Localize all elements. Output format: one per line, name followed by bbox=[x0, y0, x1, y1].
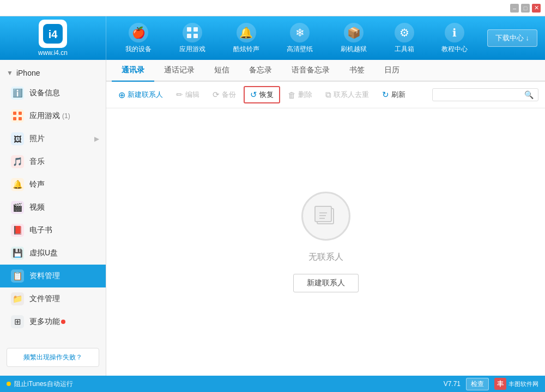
sidebar-item-photos[interactable]: 🖼 照片 ▶ bbox=[0, 127, 106, 150]
svg-rect-8 bbox=[13, 117, 16, 120]
titlebar: – □ ✕ bbox=[0, 0, 545, 16]
svg-rect-3 bbox=[193, 27, 198, 32]
data-mgr-icon: 📋 bbox=[11, 270, 24, 283]
info-icon: ℹ bbox=[445, 23, 464, 42]
trouble-button[interactable]: 频繁出现操作失败？ bbox=[7, 348, 99, 367]
apps-icon bbox=[183, 23, 202, 42]
new-contact-button[interactable]: ⊕ 新建联系人 bbox=[113, 87, 168, 103]
device-header[interactable]: ▼ iPhone bbox=[0, 64, 106, 82]
search-icon: 🔍 bbox=[524, 90, 534, 99]
virtual-u-icon: 💾 bbox=[11, 247, 24, 260]
video-icon: 🎬 bbox=[11, 201, 24, 214]
sidebar-item-more[interactable]: ⊞ 更多功能 bbox=[0, 310, 106, 333]
device-info-icon: ℹ️ bbox=[11, 87, 24, 100]
plus-icon: ⊕ bbox=[118, 90, 125, 100]
watermark-text: 丰图软件网 bbox=[508, 380, 538, 388]
logo-area: i4 www.i4.cn bbox=[0, 16, 106, 60]
apple-icon: 🍎 bbox=[129, 23, 148, 42]
itunes-status-text: 阻止iTunes自动运行 bbox=[14, 379, 73, 389]
nav-jailbreak[interactable]: 📦 刷机越狱 bbox=[334, 19, 373, 58]
more-dot-badge bbox=[61, 320, 65, 324]
sidebar-item-virtual-u[interactable]: 💾 虚拟U盘 bbox=[0, 242, 106, 265]
music-icon: 🎵 bbox=[11, 155, 24, 168]
maximize-button[interactable]: □ bbox=[521, 4, 530, 13]
delete-icon: 🗑 bbox=[288, 90, 296, 100]
header: i4 www.i4.cn 🍎 我的设备 应用游戏 🔔 酷炫铃声 bbox=[0, 16, 545, 60]
refresh-button[interactable]: ↻ 刷新 bbox=[377, 87, 411, 102]
nav-tools[interactable]: ⚙ 工具箱 bbox=[388, 19, 421, 58]
ebook-icon: 📕 bbox=[11, 224, 24, 237]
check-update-button[interactable]: 检查 bbox=[466, 378, 489, 390]
device-name: iPhone bbox=[16, 69, 40, 77]
apps-sidebar-icon bbox=[11, 109, 24, 122]
content-area: 通讯录 通话记录 短信 备忘录 语音备忘录 书签 日历 ⊕ 新建联系人 ✏ 编辑… bbox=[106, 60, 545, 376]
version-text: V7.71 bbox=[444, 380, 461, 388]
sidebar-item-apps[interactable]: 应用游戏 (1) bbox=[0, 105, 106, 127]
nav-apps[interactable]: 应用游戏 bbox=[173, 19, 212, 58]
tab-bookmarks[interactable]: 书签 bbox=[340, 60, 374, 82]
merge-icon: ⧉ bbox=[325, 90, 331, 100]
new-contact-empty-button[interactable]: 新建联系人 bbox=[293, 274, 359, 292]
sidebar-item-data-mgr[interactable]: 📋 资料管理 bbox=[0, 265, 106, 287]
close-button[interactable]: ✕ bbox=[532, 4, 541, 13]
gear-icon: ⚙ bbox=[395, 23, 414, 42]
watermark-icon: 丰 bbox=[494, 378, 506, 390]
sidebar-item-video[interactable]: 🎬 视频 bbox=[0, 196, 106, 219]
backup-icon: ⟳ bbox=[213, 90, 220, 100]
nav-my-device[interactable]: 🍎 我的设备 bbox=[119, 19, 158, 58]
svg-rect-2 bbox=[187, 27, 191, 32]
more-icon: ⊞ bbox=[11, 315, 24, 328]
nav-ringtone[interactable]: 🔔 酷炫铃声 bbox=[227, 19, 266, 58]
tab-sms[interactable]: 短信 bbox=[204, 60, 239, 82]
tab-contacts[interactable]: 通讯录 bbox=[112, 60, 154, 82]
restore-button[interactable]: ↺ 恢复 bbox=[244, 86, 280, 103]
photos-icon: 🖼 bbox=[11, 132, 24, 145]
sidebar-item-ringtone[interactable]: 🔔 铃声 bbox=[0, 173, 106, 196]
photos-arrow-icon: ▶ bbox=[94, 135, 99, 143]
svg-text:i4: i4 bbox=[49, 28, 58, 40]
tab-call-log[interactable]: 通话记录 bbox=[154, 60, 204, 82]
svg-rect-4 bbox=[187, 34, 191, 38]
ringtone-sidebar-icon: 🔔 bbox=[11, 178, 24, 191]
empty-text: 无联系人 bbox=[308, 252, 343, 263]
backup-button[interactable]: ⟳ 备份 bbox=[207, 87, 241, 102]
svg-rect-6 bbox=[13, 112, 16, 115]
sidebar-item-ebook[interactable]: 📕 电子书 bbox=[0, 219, 106, 242]
edit-button[interactable]: ✏ 编辑 bbox=[171, 87, 205, 102]
sidebar-item-music[interactable]: 🎵 音乐 bbox=[0, 150, 106, 173]
status-right: V7.71 检查 丰 丰图软件网 bbox=[444, 378, 538, 390]
nav-tutorial[interactable]: ℹ 教程中心 bbox=[435, 19, 474, 58]
tabs-bar: 通讯录 通话记录 短信 备忘录 语音备忘录 书签 日历 bbox=[106, 60, 545, 82]
sidebar: ▼ iPhone ℹ️ 设备信息 bbox=[0, 60, 106, 376]
tab-calendar[interactable]: 日历 bbox=[374, 60, 409, 82]
search-box[interactable]: 🔍 bbox=[432, 88, 538, 101]
svg-rect-7 bbox=[19, 112, 22, 115]
delete-button[interactable]: 🗑 删除 bbox=[282, 87, 318, 102]
svg-rect-11 bbox=[315, 206, 331, 222]
main-layout: ▼ iPhone ℹ️ 设备信息 bbox=[0, 60, 545, 376]
search-input[interactable] bbox=[437, 91, 524, 99]
nav-wallpaper[interactable]: ❄ 高清壁纸 bbox=[280, 19, 319, 58]
status-left: 阻止iTunes自动运行 bbox=[7, 379, 73, 389]
refresh-icon: ↻ bbox=[382, 90, 389, 100]
watermark: 丰 丰图软件网 bbox=[494, 378, 538, 390]
logo-icon: i4 bbox=[39, 20, 67, 48]
tab-notes[interactable]: 备忘录 bbox=[239, 60, 282, 82]
merge-button[interactable]: ⧉ 联系人去重 bbox=[320, 87, 374, 102]
svg-rect-9 bbox=[19, 117, 22, 120]
sidebar-item-file-mgr[interactable]: 📁 文件管理 bbox=[0, 287, 106, 310]
svg-rect-5 bbox=[193, 34, 198, 38]
status-bar: 阻止iTunes自动运行 V7.71 检查 丰 丰图软件网 bbox=[0, 376, 545, 392]
tab-voice-notes[interactable]: 语音备忘录 bbox=[282, 60, 340, 82]
collapse-arrow-icon: ▼ bbox=[7, 69, 13, 77]
status-dot-icon bbox=[7, 382, 11, 386]
download-center-button[interactable]: 下载中心 ↓ bbox=[487, 29, 537, 47]
empty-state: 无联系人 新建联系人 bbox=[106, 108, 545, 376]
minimize-button[interactable]: – bbox=[510, 4, 519, 13]
file-mgr-icon: 📁 bbox=[11, 292, 24, 305]
restore-icon: ↺ bbox=[250, 90, 257, 100]
bell-icon: 🔔 bbox=[237, 23, 256, 42]
edit-icon: ✏ bbox=[176, 90, 183, 100]
sidebar-item-device-info[interactable]: ℹ️ 设备信息 bbox=[0, 82, 106, 105]
toolbar: ⊕ 新建联系人 ✏ 编辑 ⟳ 备份 ↺ 恢复 🗑 删除 ⧉ 联系人去重 bbox=[106, 82, 545, 108]
